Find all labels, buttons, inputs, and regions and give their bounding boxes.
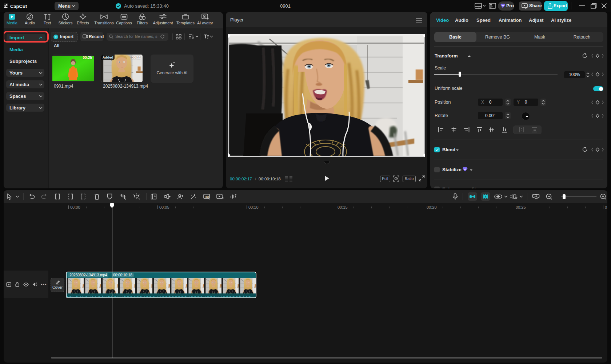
svg-text:HD: HD xyxy=(205,195,209,199)
